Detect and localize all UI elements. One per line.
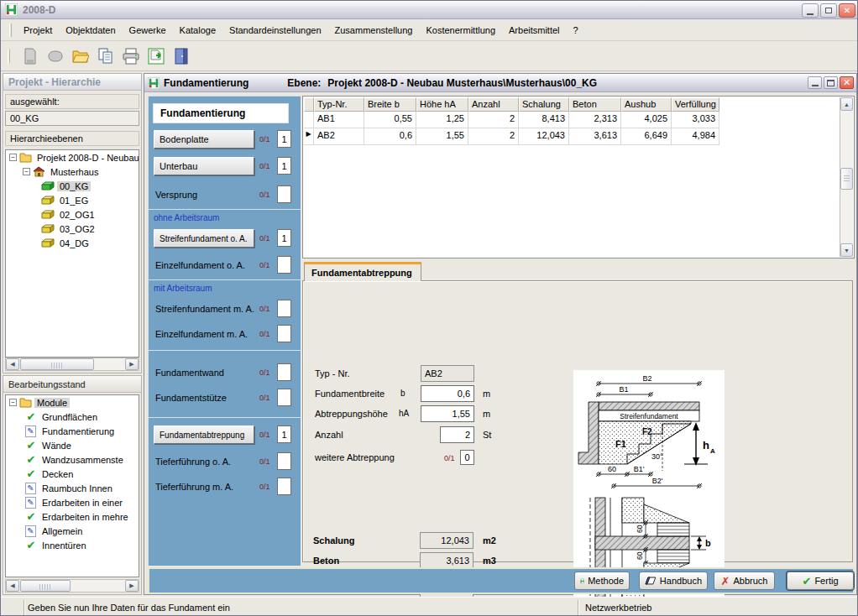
copy-icon[interactable] (96, 46, 116, 66)
methode-button[interactable]: Methode (574, 572, 630, 590)
count-field[interactable]: 1 (277, 130, 291, 148)
tree-item-project[interactable]: − Projekt 2008-D - Neubau (6, 150, 139, 164)
count-field[interactable]: 1 (277, 157, 291, 175)
minimize-button[interactable] (802, 3, 819, 18)
fundamentbreite-input[interactable] (421, 385, 474, 402)
scroll-right-icon[interactable]: ▶ (125, 580, 139, 592)
edit-icon: ✎ (25, 483, 36, 494)
weitere-abtreppung-input[interactable] (460, 450, 474, 465)
count-field[interactable] (277, 325, 291, 342)
levels-header[interactable]: Hierarchieebenen (5, 131, 139, 146)
scroll-thumb[interactable] (20, 358, 94, 370)
scroll-up-icon[interactable]: ▲ (840, 97, 853, 111)
type-button-streifenfundament-oa[interactable]: Streifenfundament o. A. (154, 229, 254, 248)
type-label-fundamentstuetze[interactable]: Fundamentstütze (155, 389, 227, 407)
fertig-button[interactable]: ✔ Fertig (787, 572, 854, 590)
module-item-innentueren[interactable]: ✔Innentüren (6, 538, 139, 552)
module-item-erdarbeiten-mehre[interactable]: ✔Erdarbeiten in mehre (6, 509, 139, 524)
tree-item-level-04dg[interactable]: 04_DG (6, 236, 139, 250)
scroll-left-icon[interactable]: ◀ (6, 580, 19, 592)
type-button-bodenplatte[interactable]: Bodenplatte (154, 130, 254, 149)
restore-button[interactable] (820, 3, 837, 18)
type-label-versprung[interactable]: Versprung (155, 185, 197, 204)
menu-standardeinstellungen[interactable]: Standardeinstellungen (222, 23, 327, 38)
column-header[interactable]: Beton (569, 97, 621, 112)
menu-help[interactable]: ? (567, 23, 585, 38)
progress-hscrollbar[interactable]: ◀ ▶ (5, 579, 139, 593)
type-label-tieferfuehrung-ma[interactable]: Tieferführung m. A. (155, 478, 233, 496)
module-item-raumbuch-innen[interactable]: ✎Raumbuch Innen (6, 481, 139, 495)
module-item-decken[interactable]: ✔Decken (6, 467, 139, 481)
handbuch-button[interactable]: Handbuch (639, 572, 708, 590)
tree-item-building[interactable]: − Musterhaus (6, 164, 139, 179)
column-header[interactable]: Aushub (621, 97, 672, 112)
scroll-down-icon[interactable]: ▼ (840, 243, 853, 257)
scroll-right-icon[interactable]: ▶ (125, 358, 139, 370)
tree-item-level-00kg[interactable]: 00_KG (6, 179, 139, 193)
scroll-thumb[interactable] (20, 580, 71, 592)
type-button-fundamentabtreppung[interactable]: Fundamentabtreppung (154, 425, 254, 444)
menu-projekt[interactable]: Projekt (17, 23, 59, 38)
print-icon[interactable] (121, 46, 141, 66)
count-field[interactable] (277, 300, 291, 317)
module-item-wandzusammenstellung[interactable]: ✔Wandzusammenste (6, 452, 139, 467)
module-item-allgemein[interactable]: ✎Allgemein (6, 524, 139, 538)
menu-gewerke[interactable]: Gewerke (123, 23, 173, 38)
scroll-left-icon[interactable]: ◀ (6, 358, 19, 370)
progress-panel-title: Bearbeitungsstand (3, 376, 141, 393)
type-label-tieferfuehrung-oa[interactable]: Tieferführung o. A. (155, 452, 231, 471)
count-field[interactable]: 1 (277, 229, 291, 247)
dim-60: 60 (636, 551, 644, 560)
table-vscrollbar[interactable]: ▲ ▼ (840, 97, 853, 257)
anzahl-input[interactable] (440, 426, 474, 443)
count-field[interactable] (277, 478, 291, 495)
type-label-einzelfundament-ma[interactable]: Einzelfundament m. A. (155, 325, 248, 343)
count-field[interactable] (277, 185, 291, 203)
menu-kostenermittlung[interactable]: Kostenermittlung (419, 23, 502, 38)
open-object-icon[interactable] (45, 46, 65, 66)
column-header[interactable]: Schalung (519, 97, 569, 112)
module-close-button[interactable]: ✕ (840, 76, 854, 89)
collapse-icon[interactable]: − (9, 399, 17, 406)
module-item-fundamentierung[interactable]: ✎Fundamentierung (6, 424, 139, 438)
tree-item-level-01eg[interactable]: 01_EG (6, 193, 139, 207)
menu-arbeitsmittel[interactable]: Arbeitsmittel (502, 23, 567, 38)
column-header[interactable]: Anzahl (468, 97, 519, 112)
scroll-thumb[interactable] (840, 168, 853, 190)
module-item-grundflaechen[interactable]: ✔Grundflächen (6, 410, 139, 424)
hierarchy-hscrollbar[interactable]: ◀ ▶ (5, 358, 139, 371)
menu-kataloge[interactable]: Kataloge (173, 23, 222, 38)
menu-zusammenstellung[interactable]: Zusammenstellung (328, 23, 420, 38)
tree-item-level-03og2[interactable]: 03_OG2 (6, 222, 139, 236)
tree-item-module-root[interactable]: − Module (6, 395, 139, 410)
type-button-unterbau[interactable]: Unterbau (154, 157, 254, 175)
count-field[interactable] (277, 256, 291, 274)
abtreppungshoehe-input[interactable] (421, 405, 474, 422)
type-label-einzelfundament-oa[interactable]: Einzelfundament o. A. (155, 256, 245, 274)
collapse-icon[interactable]: − (9, 154, 17, 161)
column-header[interactable]: Höhe hA (416, 97, 468, 112)
count-field[interactable]: 1 (277, 425, 291, 443)
type-label-fundamentwand[interactable]: Fundamentwand (155, 363, 224, 382)
open-folder-icon[interactable] (71, 46, 91, 66)
new-document-icon[interactable] (20, 46, 40, 66)
module-minimize-button[interactable] (808, 76, 822, 89)
module-item-erdarbeiten-einer[interactable]: ✎Erdarbeiten in einer (6, 495, 139, 509)
module-item-waende[interactable]: ✔Wände (6, 438, 139, 452)
exit-door-icon[interactable] (171, 46, 191, 66)
menu-objektdaten[interactable]: Objektdaten (59, 23, 122, 38)
module-maximize-button[interactable] (824, 76, 838, 89)
count-field[interactable] (277, 389, 291, 406)
count-field[interactable] (277, 452, 291, 470)
count-field[interactable] (277, 363, 291, 381)
abbruch-button[interactable]: ✗ Abbruch (714, 572, 775, 590)
column-header[interactable]: Breite b (364, 97, 416, 112)
column-header[interactable]: Typ-Nr. (314, 97, 364, 112)
tab-fundamentabtreppung[interactable]: Fundamentabtreppung (304, 262, 421, 281)
tree-item-level-02og1[interactable]: 02_OG1 (6, 207, 139, 222)
type-label-streifenfundament-ma[interactable]: Streifenfundament m. A. (155, 300, 254, 318)
collapse-icon[interactable]: − (23, 168, 30, 175)
close-button[interactable]: ✕ (839, 3, 855, 18)
export-icon[interactable] (146, 46, 166, 66)
column-header[interactable]: Verfüllung (672, 97, 719, 112)
